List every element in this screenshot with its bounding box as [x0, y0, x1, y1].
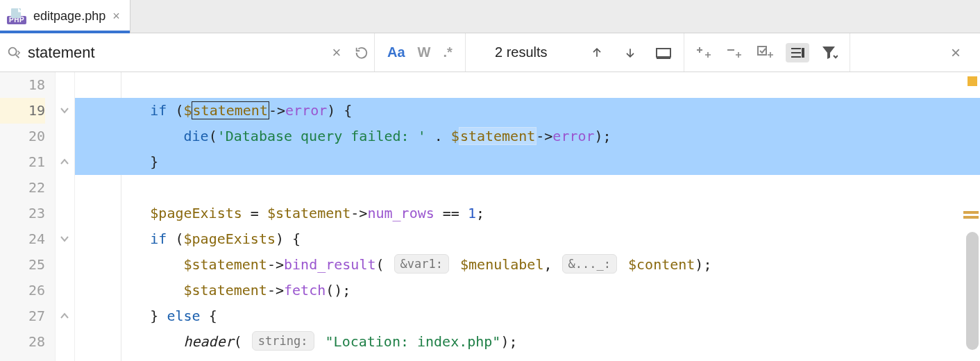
line-number-gutter: 1819202122232425262728: [0, 72, 56, 361]
line-number: 27: [0, 303, 45, 329]
code-line[interactable]: if ($pageExists) {: [75, 226, 980, 252]
code-editor[interactable]: 1819202122232425262728 if ($statement->e…: [0, 72, 980, 361]
line-number: 22: [0, 175, 45, 201]
line-number: 19: [0, 98, 45, 124]
code-line[interactable]: [75, 175, 980, 201]
code-line[interactable]: }: [75, 149, 980, 175]
close-group: ×: [850, 33, 980, 72]
svg-rect-3: [802, 48, 804, 58]
svg-point-0: [9, 47, 17, 55]
line-number: 23: [0, 201, 45, 226]
line-number: 20: [0, 124, 45, 149]
result-nav-group: [577, 33, 684, 72]
code-line[interactable]: } else {: [75, 303, 980, 329]
next-result-icon[interactable]: [620, 45, 641, 60]
clear-search-icon[interactable]: ×: [324, 44, 349, 62]
line-number: 26: [0, 278, 45, 303]
add-selection-icon[interactable]: [694, 45, 715, 60]
fold-end-icon[interactable]: [58, 309, 71, 323]
inlay-hint: &..._:: [562, 254, 617, 274]
regex-toggle[interactable]: .*: [443, 44, 452, 60]
code-line[interactable]: $statement->fetch();: [75, 278, 980, 303]
extra-tools-group: [684, 33, 850, 72]
find-toolbar: × Aa W .* 2 results: [0, 33, 980, 72]
fold-collapse-icon[interactable]: [58, 103, 71, 117]
line-number: 25: [0, 252, 45, 278]
code-line[interactable]: $statement->bind_result( &var1: $menulab…: [75, 252, 980, 278]
line-number: 24: [0, 226, 45, 252]
search-icon[interactable]: [6, 45, 22, 60]
line-number: 21: [0, 149, 45, 175]
code-area[interactable]: if ($statement->error) { die('Database q…: [75, 72, 980, 361]
inlay-hint: &var1:: [394, 254, 449, 274]
line-number: 28: [0, 329, 45, 355]
search-match: statement: [459, 127, 537, 145]
code-line[interactable]: header( string: "Location: index.php");: [75, 329, 980, 355]
select-all-occurrences-icon[interactable]: [755, 45, 776, 60]
match-case-toggle[interactable]: Aa: [387, 44, 405, 60]
tab-bar: PHP editpage.php ×: [0, 0, 980, 33]
filter-results-icon[interactable]: [786, 43, 809, 62]
php-file-icon: PHP: [7, 8, 26, 24]
svg-rect-1: [657, 49, 670, 57]
fold-collapse-icon[interactable]: [58, 232, 71, 246]
search-match: statement: [192, 101, 269, 119]
select-all-icon[interactable]: [653, 46, 674, 60]
fold-end-icon[interactable]: [58, 155, 71, 169]
code-line[interactable]: if ($statement->error) {: [75, 98, 980, 124]
results-count: 2 results: [466, 33, 577, 72]
fold-gutter: [56, 72, 75, 361]
search-field-group: ×: [0, 33, 375, 72]
inlay-hint: string:: [252, 331, 314, 351]
prev-result-icon[interactable]: [586, 45, 607, 60]
code-line[interactable]: $pageExists = $statement->num_rows == 1;: [75, 201, 980, 226]
search-history-icon[interactable]: [349, 45, 374, 60]
tab-title: editpage.php: [33, 9, 105, 24]
close-findbar-icon[interactable]: ×: [945, 43, 966, 62]
file-tab[interactable]: PHP editpage.php ×: [0, 0, 130, 33]
remove-selection-icon[interactable]: [725, 45, 745, 60]
line-number: 18: [0, 72, 45, 98]
whole-word-toggle[interactable]: W: [418, 44, 431, 60]
close-tab-icon[interactable]: ×: [112, 9, 120, 24]
code-line[interactable]: die('Database query failed: ' . $stateme…: [75, 124, 980, 149]
filter-dropdown-icon[interactable]: [819, 45, 840, 60]
code-line[interactable]: [75, 72, 980, 98]
search-mode-group: Aa W .*: [375, 33, 466, 72]
search-input[interactable]: [22, 44, 324, 62]
